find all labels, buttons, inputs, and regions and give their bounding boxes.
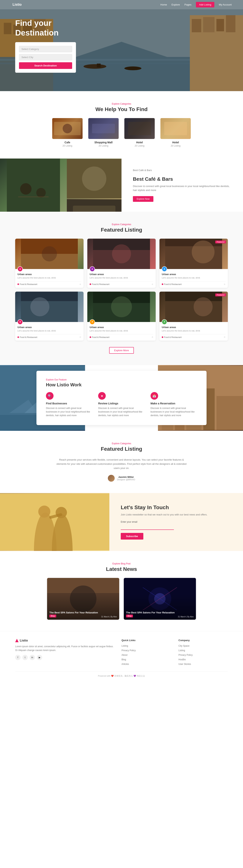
link-privacy[interactable]: Privacy Policy [121, 649, 136, 652]
my-account-button[interactable]: My Account [219, 3, 232, 6]
how-steps: 🔍 Find Businesses Discover & connect wit… [46, 392, 197, 417]
cafe-subtitle: Best Café & Bars [133, 168, 232, 173]
news-title-2: The Best SPA Salons For Your Relaxation [126, 611, 194, 614]
linkedin-icon[interactable]: in [30, 655, 35, 660]
listing-card-5[interactable]: A Urban areas Let's assume the best plac… [87, 291, 156, 341]
featured-section: Explore Categories Featured Listing A Ur… [0, 212, 243, 365]
news-badge-1: Blog [49, 615, 56, 617]
listing-desc-2: Let's assume the best places to eat, dri… [90, 276, 153, 279]
listing-body-4: Urban areas Let's assume the best places… [15, 322, 84, 341]
link-listing[interactable]: Listing [121, 645, 128, 647]
listing-tag-1: Food & Restaurant [18, 283, 37, 285]
add-listing-button[interactable]: Add Listing [196, 2, 214, 7]
listing-rating-3: ☆ [224, 283, 225, 285]
list-item: About [121, 653, 171, 656]
featured-subtitle: Explore Categories [15, 223, 228, 226]
link-about[interactable]: About [121, 654, 127, 656]
listing-tag-2: Food & Restaurant [90, 283, 109, 285]
stay-content: Let's Stay In Touch Join Listio newslett… [109, 493, 243, 551]
social-icons: f t in ▶ [15, 655, 114, 660]
news-card-2[interactable]: Blog The Best SPA Salons For Your Relaxa… [124, 578, 196, 620]
listing-image-1: A [15, 239, 84, 269]
news-title: Latest News [15, 566, 228, 572]
listing-desc-3: Let's assume the best places to eat, dri… [162, 276, 225, 279]
featured2-description: Reach presents your services with flexib… [55, 458, 188, 470]
listing-tag-6: Food & Restaurant [162, 336, 181, 338]
cafe-side-images [67, 158, 121, 212]
link-city-space[interactable]: City Space [178, 645, 189, 647]
listing-rating-5: ☆ [151, 336, 153, 338]
category-count: 20 Listing [52, 145, 83, 147]
category-hotel2[interactable]: Hotel 20 Listing [160, 118, 191, 147]
link-blog[interactable]: Blog [121, 658, 126, 661]
category-name: Shopping Mall [88, 141, 119, 144]
nav-link-pages[interactable]: Pages [185, 3, 191, 6]
category-count: 20 Listing [88, 145, 119, 147]
nav-link-explore[interactable]: Explore [172, 3, 180, 6]
category-cafe[interactable]: Cafe 20 Listing [52, 118, 83, 147]
we-help-subtitle: Explore Categories [15, 102, 228, 105]
tag-dot-5 [90, 336, 91, 338]
featured2-title: Featured Listing [15, 446, 228, 452]
listing-footer-1: Food & Restaurant ☆ [18, 281, 81, 285]
search-button[interactable]: Search Destination [19, 62, 72, 69]
how-section: Explore Our Feature How Listio Work 🔍 Fi… [0, 365, 243, 431]
news-image-2: Blog The Best SPA Salons For Your Relaxa… [124, 578, 196, 620]
facebook-icon[interactable]: f [15, 655, 21, 660]
listing-badge-3: Featured [215, 241, 226, 243]
hotel1-img-svg [124, 118, 155, 139]
cafe-main-image [0, 158, 67, 212]
svg-rect-39 [67, 199, 121, 212]
stay-section: Let's Stay In Touch Join Listio newslett… [0, 493, 243, 551]
svg-rect-23 [92, 124, 115, 133]
cafe-img-svg [52, 118, 83, 139]
subscribe-button[interactable]: Subscribe [121, 533, 143, 539]
list-item: Listing [178, 649, 228, 652]
listing-card-4[interactable]: A Urban areas Let's assume the best plac… [15, 291, 84, 341]
svg-point-21 [63, 124, 72, 133]
how-step-desc-3: Discover & connect with great local busi… [151, 406, 197, 417]
category-select[interactable]: Select Category [19, 46, 72, 52]
make-reservation-icon: 📅 [151, 392, 158, 400]
category-mall[interactable]: Shopping Mall 20 Listing [88, 118, 119, 147]
listing-image-3: Featured A [159, 239, 228, 269]
listing-footer-3: Food & Restaurant ☆ [162, 281, 225, 285]
youtube-icon[interactable]: ▶ [37, 655, 42, 660]
stay-description: Join Listio newsletter so that we reach … [121, 513, 232, 517]
featured2-section: Explore Categories Featured Listing Reac… [0, 431, 243, 493]
email-input[interactable] [121, 524, 174, 530]
news-card-1[interactable]: Blog The Best SPA Salons For Your Relaxa… [47, 578, 119, 620]
how-step-title-1: Find Businesses [46, 402, 92, 405]
hero-search-form: Select Category Select City Search Desti… [15, 42, 76, 73]
listing-card-6[interactable]: Featured A Urban areas Let's assume the … [159, 291, 228, 341]
nav-link-home[interactable]: Home [160, 3, 167, 6]
listing-card-3[interactable]: Featured A Urban areas Let's assume the … [159, 239, 228, 288]
hero-content: Find your Destination Select Category Se… [0, 19, 91, 73]
link-user-stories[interactable]: User Stories [178, 663, 191, 665]
link-company-listing[interactable]: Listing [178, 649, 185, 652]
listing-card-1[interactable]: A Urban areas Let's assume the best plac… [15, 239, 84, 288]
category-hotel1[interactable]: Hotel 20 Listing [124, 118, 155, 147]
news-badge-2: Blog [126, 615, 133, 617]
footer-bottom: Powered with ❤️ 菲律宾岛 - 脑瓜壳儿 💜 淘宝公众 [15, 671, 228, 677]
twitter-icon[interactable]: t [22, 655, 28, 660]
listing-tag-3: Food & Restaurant [162, 283, 181, 285]
list-item: User Stories [178, 662, 228, 665]
link-articles[interactable]: Articles [121, 663, 129, 665]
how-content: Explore Our Feature How Listio Work 🔍 Fi… [36, 371, 207, 425]
listing-avatar-5: A [90, 319, 95, 324]
cafe-explore-button[interactable]: Explore Now [133, 196, 153, 202]
svg-rect-25 [128, 122, 151, 135]
listing-image-2: A [87, 239, 156, 269]
link-company-privacy[interactable]: Privacy Policy [178, 654, 193, 656]
city-select[interactable]: Select City [19, 54, 72, 60]
cafe-text: Best Café & Bars Best Café & Bars Discov… [121, 161, 243, 209]
link-hosbio[interactable]: HosBio [178, 658, 186, 661]
svg-rect-83 [0, 494, 109, 550]
cafe-image [52, 118, 83, 139]
listing-card-2[interactable]: A Urban areas Let's assume the best plac… [87, 239, 156, 288]
explore-more-button[interactable]: Explore More [109, 347, 134, 354]
email-label: Enter your email [121, 521, 232, 523]
listing-tag-5: Food & Restaurant [90, 336, 109, 338]
cafe-images [0, 158, 121, 212]
